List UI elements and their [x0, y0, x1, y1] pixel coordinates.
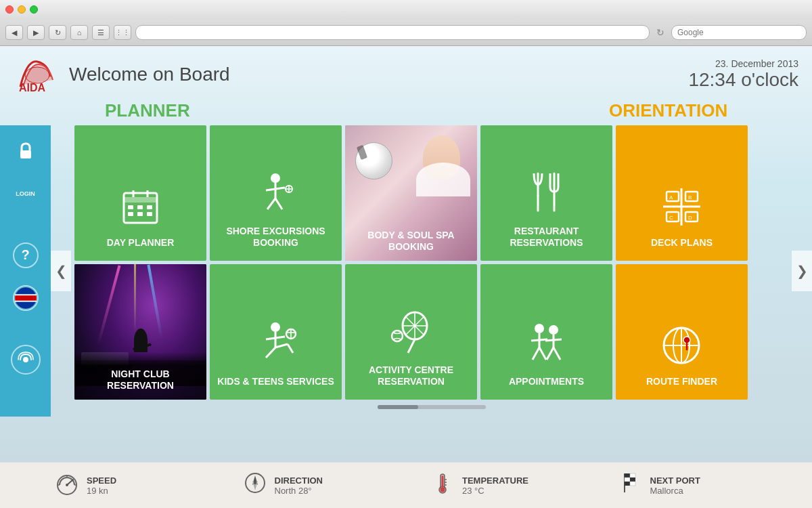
tile-route-finder[interactable]: ROUTE FINDER [616, 264, 748, 400]
sidebar-lock-icon [7, 132, 44, 169]
tile-route-finder-label: ROUTE FINDER [641, 376, 723, 387]
scroll-track [378, 405, 486, 409]
svg-line-63 [547, 347, 554, 360]
help-button[interactable]: ? [7, 236, 44, 274]
minimize-button[interactable] [18, 5, 26, 14]
aida-logo: AIDA [14, 56, 61, 93]
svg-rect-16 [137, 212, 143, 216]
prev-arrow[interactable]: ❮ [51, 251, 71, 291]
port-text: NEXT PORT Mallorca [650, 475, 700, 496]
svg-line-21 [267, 198, 275, 209]
login-label: LOGIN [16, 190, 35, 197]
tile-deck-plans[interactable]: A B C D DECK PLANS [616, 125, 748, 261]
svg-rect-15 [128, 212, 133, 216]
direction-value: North 28° [275, 486, 323, 496]
status-direction: DIRECTION North 28° [242, 470, 430, 501]
browser-nav: ◀ ▶ ↻ ⌂ ☰ ⋮⋮ ↻ [0, 19, 812, 46]
svg-line-64 [554, 347, 560, 360]
temperature-value: 23 °C [462, 486, 528, 496]
back-button[interactable]: ◀ [5, 25, 23, 40]
tile-night-club[interactable]: NIGHT CLUB RESERVATION [74, 264, 206, 400]
close-button[interactable] [5, 5, 14, 14]
welcome-text: Welcome on Board [69, 64, 230, 85]
port-label: NEXT PORT [650, 475, 700, 486]
tiles-row-2: NIGHT CLUB RESERVATION [74, 264, 788, 400]
speed-label: SPEED [87, 475, 116, 486]
direction-text: DIRECTION North 28° [275, 475, 323, 496]
tile-body-soul-label: BODY & SOUL SPA BOOKING [351, 230, 472, 253]
svg-rect-80 [442, 475, 444, 488]
svg-line-57 [531, 339, 547, 341]
datetime-area: 23. December 2013 12:34 o'clock [688, 58, 798, 91]
svg-text:AIDA: AIDA [19, 82, 46, 93]
speed-icon [54, 470, 80, 501]
reload-button[interactable]: ↻ [49, 25, 66, 40]
svg-text:B: B [688, 194, 692, 200]
status-speed: SPEED 19 kn [54, 470, 242, 501]
svg-point-77 [254, 482, 256, 484]
temperature-icon [430, 470, 455, 501]
svg-line-20 [266, 188, 285, 190]
svg-text:D: D [688, 215, 692, 221]
url-bar[interactable] [135, 25, 650, 40]
tile-activity-centre[interactable]: ACTIVITY CENTRE RESERVATION [345, 264, 477, 400]
tile-deck-plans-label: DECK PLANS [646, 237, 718, 249]
forward-button[interactable]: ▶ [27, 25, 45, 40]
speed-value: 19 kn [87, 486, 116, 496]
svg-rect-9 [124, 197, 157, 203]
tile-activity-centre-label: ACTIVITY CENTRE RESERVATION [345, 364, 477, 387]
svg-line-22 [275, 198, 282, 209]
svg-line-53 [408, 339, 415, 353]
svg-point-18 [271, 173, 280, 183]
svg-point-72 [66, 484, 68, 486]
language-button[interactable] [7, 279, 44, 316]
tile-day-planner[interactable]: DAY PLANNER [74, 125, 206, 261]
app-header: AIDA Welcome on Board 23. December 2013 … [0, 46, 812, 100]
svg-point-39 [271, 322, 280, 332]
svg-rect-13 [137, 205, 143, 209]
svg-line-41 [266, 337, 285, 339]
svg-rect-14 [147, 205, 152, 209]
logo-area: AIDA Welcome on Board [14, 56, 230, 93]
svg-line-59 [539, 347, 546, 360]
tile-shore-excursions[interactable]: SHORE EXCURSIONS BOOKING [210, 125, 342, 261]
next-arrow[interactable]: ❯ [792, 251, 812, 291]
tile-night-club-label: NIGHT CLUB RESERVATION [80, 368, 201, 391]
svg-line-62 [545, 339, 562, 341]
login-button[interactable]: LOGIN [7, 175, 44, 212]
temperature-text: TEMPERATURE 23 °C [462, 475, 528, 496]
svg-rect-5 [14, 295, 36, 301]
sections-row: PLANNER ORIENTATION [0, 100, 812, 121]
svg-point-7 [23, 357, 28, 362]
orientation-title: ORIENTATION [609, 100, 744, 121]
svg-point-69 [683, 337, 690, 343]
svg-rect-88 [625, 478, 630, 482]
tile-appointments[interactable]: APPOINTMENTS [480, 264, 612, 400]
maximize-button[interactable] [30, 5, 38, 14]
status-next-port: NEXT PORT Mallorca [618, 470, 806, 501]
radio-button[interactable] [7, 341, 44, 378]
tile-restaurant[interactable]: RESTAURANT RESERVATIONS [480, 125, 612, 261]
home-button[interactable]: ⌂ [70, 25, 88, 40]
svg-text:A: A [669, 194, 673, 200]
grid-button[interactable]: ⋮⋮ [114, 25, 131, 40]
svg-line-42 [266, 347, 275, 358]
refresh-icon: ↻ [656, 27, 664, 38]
bookmarks-button[interactable]: ☰ [92, 25, 110, 40]
time-display: 12:34 o'clock [688, 69, 798, 91]
temperature-label: TEMPERATURE [462, 475, 528, 486]
tile-day-planner-label: DAY PLANNER [102, 237, 180, 249]
svg-line-44 [288, 344, 293, 353]
tiles-wrapper: ❮ ❯ [51, 125, 812, 417]
svg-text:C: C [669, 215, 673, 221]
direction-icon [242, 470, 268, 501]
tile-body-soul[interactable]: BODY & SOUL SPA BOOKING [345, 125, 477, 261]
svg-line-58 [533, 347, 539, 360]
tile-shore-excursions-label: SHORE EXCURSIONS BOOKING [210, 226, 342, 249]
svg-rect-17 [147, 212, 152, 216]
status-temperature: TEMPERATURE 23 °C [430, 470, 618, 501]
scroll-indicator [74, 405, 788, 409]
search-input[interactable] [671, 25, 807, 40]
tile-kids-teens[interactable]: KIDS & TEENS SERVICES [210, 264, 342, 400]
svg-rect-90 [625, 482, 630, 486]
